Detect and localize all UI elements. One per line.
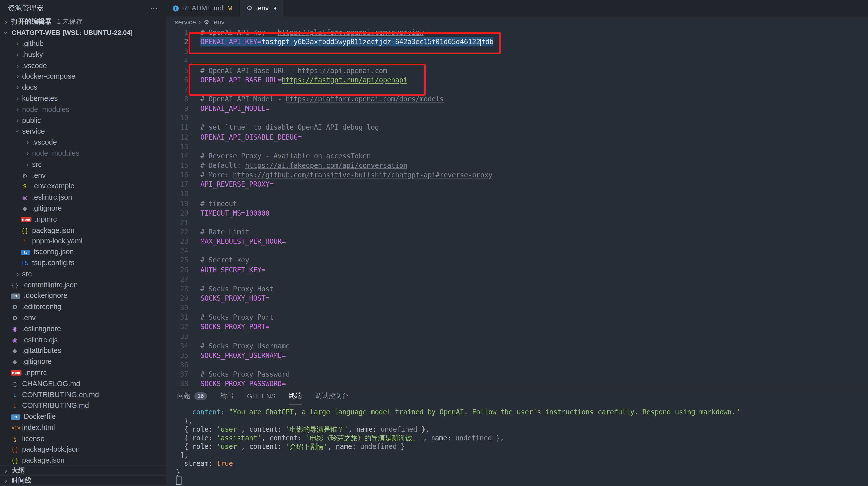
timeline-section[interactable]: › 时间线 [0,476,166,486]
code-line[interactable]: 35SOCKS_PROXY_USERNAME= [166,351,868,360]
tree-item-changelog-md[interactable]: ○CHANGELOG.md [0,378,166,389]
more-actions-icon[interactable]: ⋯ [150,3,158,12]
code-line[interactable]: 21 [166,218,868,227]
code-line[interactable]: 11# set `true` to disable OpenAI API deb… [166,123,868,132]
tree-item-gitignore[interactable]: ◆.gitignore [0,203,166,214]
code-line[interactable]: 7 [166,85,868,94]
tree-item-editorconfig[interactable]: ⚙.editorconfig [0,302,166,312]
tree-item-src[interactable]: ›src [0,159,166,170]
tree-item-env[interactable]: ⚙.env [0,170,166,181]
panel-tab-[interactable]: 输出 [220,388,234,404]
code-line[interactable]: 22# Rate Limit [166,227,868,236]
tree-item-dockerfile[interactable]: DDockerfile [0,411,166,422]
code-line[interactable]: 29SOCKS_PROXY_HOST= [166,293,868,303]
tree-item-node-modules[interactable]: ›node_modules [0,148,166,159]
code-line[interactable]: 12OPENAI_API_DISABLE_DEBUG= [166,132,868,142]
code-line[interactable]: 27 [166,275,868,284]
code-line[interactable]: 32SOCKS_PROXY_PORT= [166,322,868,332]
tab-env[interactable]: ⚙.env● [240,0,284,17]
code-line[interactable]: 4 [166,56,868,66]
code-line[interactable]: 16# More: https://github.com/transitive-… [166,170,868,179]
tree-item-pnpm-lock-yaml[interactable]: !pnpm-lock.yaml [0,235,166,247]
open-editors-section[interactable]: › 打开的编辑器 1 未保存 [0,16,166,27]
code-line[interactable]: 17API_REVERSE_PROXY= [166,179,868,189]
tree-item-docs[interactable]: ›docs [0,82,166,93]
code-line[interactable]: 15# Default: https://ai.fakeopen.com/api… [166,161,868,170]
code-line[interactable]: 36 [166,360,868,370]
project-section[interactable]: › CHATGPT-WEB [WSL: UBUNTU-22.04] [0,27,166,38]
tree-item-eslintrc-json[interactable]: ◉.eslintrc.json [0,192,166,203]
tree-item-license[interactable]: §license [0,433,166,444]
code-line[interactable]: 37# Socks Proxy Password [166,370,868,379]
tree-item-npmrc[interactable]: npm.npmrc [0,367,166,378]
dockerignore-icon: D [11,293,21,299]
tree-item-gitignore[interactable]: ◆.gitignore [0,356,166,367]
code-line[interactable]: 14# Reverse Proxy - Available on accessT… [166,151,868,161]
code-line[interactable]: 2OPENAI_API_KEY=fastgpt-y6b3axfbdd5wyp01… [166,37,868,47]
tree-item-dockerignore[interactable]: D.dockerignore [0,290,166,302]
breadcrumb[interactable]: service › ⚙ .env [166,17,868,28]
code-text: SOCKS_PROXY_HOST= [200,293,269,303]
tree-item-package-json[interactable]: {}package.json [0,225,166,236]
tree-item-gitattributes[interactable]: ◆.gitattributes [0,345,166,356]
code-line[interactable]: 25# Secret key [166,256,868,265]
unsaved-dot-icon[interactable]: ● [274,5,277,11]
tree-item-vscode[interactable]: ›.vscode [0,60,166,71]
tree-item-package-lock-json[interactable]: {}package-lock.json [0,444,166,455]
code-line[interactable]: 5# OpenAI API Base URL - https://api.ope… [166,66,868,75]
code-line[interactable]: 1# OpenAI API Key - https://platform.ope… [166,28,868,37]
tree-item-docker-compose[interactable]: ›docker-compose [0,71,166,82]
tree-item-node-modules[interactable]: ›node_modules [0,104,166,115]
tree-item-contributing-md[interactable]: ↓CONTRIBUTING.md [0,400,166,411]
code-line[interactable]: 8# OpenAI API Model - https://platform.o… [166,94,868,104]
tree-item-contributing-en-md[interactable]: ↓CONTRIBUTING.en.md [0,389,166,400]
code-line[interactable]: 18 [166,189,868,199]
terminal[interactable]: content: "You are ChatGPT, a large langu… [166,404,868,486]
tree-item-service[interactable]: ›service [0,126,166,137]
tree-item-eslintignore[interactable]: ◉.eslintignore [0,323,166,335]
code-line[interactable]: 26AUTH_SECRET_KEY= [166,265,868,275]
tree-item-src[interactable]: ›src [0,268,166,280]
code-line[interactable]: 38SOCKS_PROXY_PASSWORD= [166,379,868,388]
code-line[interactable]: 13 [166,142,868,151]
panel-tab-[interactable]: 终端 [289,388,302,404]
code-line[interactable]: 24 [166,246,868,256]
tree-item-package-json[interactable]: {}package.json [0,455,166,465]
breadcrumb-folder[interactable]: service [175,18,196,26]
tree-item-commitlintrc-json[interactable]: {}.commitlintrc.json [0,280,166,290]
tree-item-tsconfig-json[interactable]: tstsconfig.json [0,247,166,257]
code-line[interactable]: 3 [166,47,868,56]
breadcrumb-file[interactable]: .env [212,18,224,26]
tree-item-npmrc[interactable]: npm.npmrc [0,214,166,225]
tree-item-env-example[interactable]: $.env.example [0,181,166,192]
code-line[interactable]: 10 [166,113,868,123]
tree-item-index-html[interactable]: <>index.html [0,422,166,433]
tree-item-kubernetes[interactable]: ›kubernetes [0,93,166,104]
tree-item-tsup-config-ts[interactable]: TStsup.config.ts [0,257,166,268]
panel-tab-gitlens[interactable]: GITLENS [247,388,276,404]
code-line[interactable]: 23MAX_REQUEST_PER_HOUR= [166,236,868,246]
outline-section[interactable]: › 大纲 [0,466,166,476]
code-editor[interactable]: 1# OpenAI API Key - https://platform.ope… [166,28,868,388]
tree-item-husky[interactable]: ›.husky [0,49,166,60]
code-line[interactable]: 6OPENAI_API_BASE_URL=https://fastgpt.run… [166,75,868,85]
tree-item-github[interactable]: ›.github [0,38,166,49]
code-line[interactable]: 30 [166,303,868,312]
code-line[interactable]: 33 [166,332,868,341]
terminal-token: , name: [328,442,360,450]
panel-tab-[interactable]: 问题16 [177,388,207,404]
code-line[interactable]: 20TIMEOUT_MS=100000 [166,208,868,218]
terminal-line [176,477,868,485]
code-line[interactable]: 34# Socks Proxy Username [166,341,868,351]
tree-item-env[interactable]: ⚙.env [0,312,166,323]
code-line[interactable]: 28# Socks Proxy Host [166,284,868,293]
code-line[interactable]: 19# timeout [166,199,868,208]
tab-readme-md[interactable]: iREADME.mdM [166,0,240,17]
code-line[interactable]: 9OPENAI_API_MODEL= [166,104,868,113]
code-line[interactable]: 31# Socks Proxy Port [166,312,868,322]
panel-tab-[interactable]: 调试控制台 [315,388,348,404]
editorconfig-icon: ⚙ [11,302,19,313]
tree-item-public[interactable]: ›public [0,115,166,126]
tree-item-vscode[interactable]: ›.vscode [0,137,166,148]
tree-item-eslintrc-cjs[interactable]: ◉.eslintrc.cjs [0,335,166,345]
